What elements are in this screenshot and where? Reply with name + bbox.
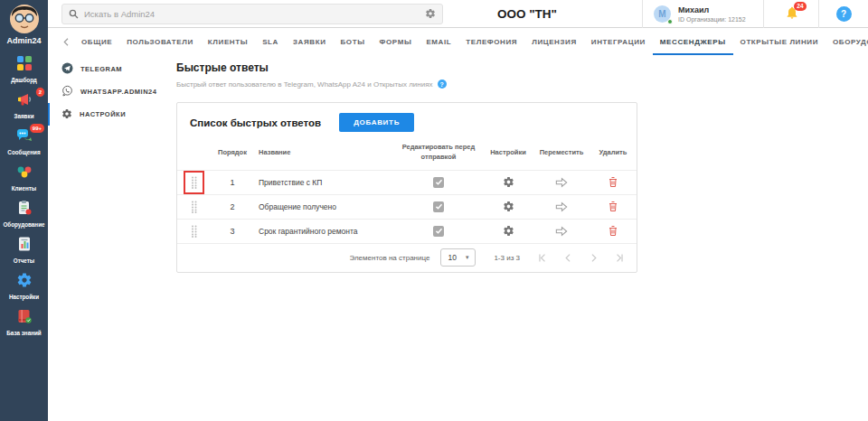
row-move-button[interactable] [553,175,570,190]
column-delete: Удалить [590,147,637,157]
search-settings-gear-icon[interactable] [425,6,436,23]
tab-telefoniya[interactable]: ТЕЛЕФОНИЯ [458,29,524,55]
avatar [0,4,48,34]
search-input[interactable] [84,9,420,19]
pager-controls [536,251,626,265]
tab-integratsii[interactable]: ИНТЕГРАЦИИ [584,29,653,55]
requests-badge: 2 [35,87,45,98]
edit-before-send-checkbox[interactable] [433,226,444,237]
online-status-dot [667,19,673,24]
add-button[interactable]: ДОБАВИТЬ [339,113,414,132]
subtitle-help-icon[interactable]: ? [438,80,447,89]
help-button[interactable]: ? [818,0,868,28]
drag-handle-icon[interactable] [189,174,199,191]
edit-before-send-checkbox[interactable] [433,201,444,212]
tab-klienty[interactable]: КЛИЕНТЫ [201,29,255,55]
sidebar-item-dashboard[interactable]: Дашборд [0,51,48,87]
tabs-scroll-left-chevron-icon[interactable] [59,29,74,55]
page-subtitle-text: Быстрый ответ пользователю в Telegram, W… [176,80,433,89]
table-row: 1 Приветствие с КП [177,170,637,194]
tab-boty[interactable]: БОТЫ [334,29,373,55]
row-order: 3 [210,227,255,236]
sidebar-item-clients[interactable]: Клиенты [0,159,48,195]
tab-obshchie[interactable]: ОБЩИЕ [74,29,119,55]
row-delete-button[interactable] [606,223,620,239]
dashboard-icon [16,55,33,75]
search-icon [69,6,79,23]
last-page-icon[interactable] [612,251,626,265]
pagination-range: 1-3 из 3 [494,254,520,262]
items-per-page-label: Элементов на странице [349,254,429,262]
subnav-item-label: WHATSAPP.ADMIN24 [80,88,156,96]
messenger-subnav: TELEGRAM WHATSAPP.ADMIN24 НАСТРОЙКИ [48,58,175,126]
row-settings-button[interactable] [501,174,516,190]
whatsapp-icon [61,85,73,98]
table-row: 2 Обращение получено [177,194,637,219]
sidebar-item-label: Сообщения [7,149,40,155]
megaphone-icon [16,91,33,111]
app-logo[interactable]: Admin24 [0,0,48,45]
tab-messendzhery[interactable]: МЕССЕНДЖЕРЫ [653,29,733,55]
equipment-icon [16,200,33,220]
tab-formy[interactable]: ФОРМЫ [373,29,420,55]
row-delete-button[interactable] [606,199,620,214]
table-header-row: Порядок Название Редактировать перед отп… [177,140,637,170]
sidebar-item-reports[interactable]: Отчеты [0,231,48,267]
row-settings-button[interactable] [501,199,516,214]
sidebar-item-label: Отчеты [14,257,35,264]
tab-otkrytye-linii[interactable]: ОТКРЫТЫЕ ЛИНИИ [733,29,826,55]
column-settings: Настройки [483,147,533,157]
table-pagination: Элементов на странице 10 ▾ 1-3 из 3 [177,243,637,272]
tab-email[interactable]: EMAIL [419,29,458,55]
sidebar-item-settings[interactable]: Настройки [0,267,48,304]
sidebar-item-messages[interactable]: 99+ Сообщения [0,123,48,159]
row-order: 1 [210,178,255,187]
sidebar-item-requests[interactable]: 2 Заявки [0,87,48,123]
prev-page-icon[interactable] [561,251,575,265]
sidebar-item-label: Заявки [14,113,33,119]
gear-icon [61,108,72,121]
sidebar-item-knowledge-base[interactable]: База знаний [0,304,48,340]
sidebar-item-label: Клиенты [12,185,36,192]
telegram-icon [61,62,73,76]
organization-title: ООО "ТН" [446,0,609,28]
messages-badge: 99+ [29,123,45,134]
row-delete-button[interactable] [606,174,620,190]
next-page-icon[interactable] [587,251,600,265]
first-page-icon[interactable] [536,251,550,265]
search-bar[interactable] [61,4,443,24]
subnav-item-label: НАСТРОЙКИ [80,110,126,118]
section-tabs: ОБЩИЕ ПОЛЬЗОВАТЕЛИ КЛИЕНТЫ SLA ЗАЯВКИ БО… [48,29,868,55]
edit-before-send-checkbox[interactable] [433,177,444,188]
user-avatar: М [654,5,671,23]
tab-polzovateli[interactable]: ПОЛЬЗОВАТЕЛИ [119,29,201,55]
tab-litsenziya[interactable]: ЛИЦЕНЗИЯ [524,29,584,55]
notifications-button[interactable]: 24 [765,0,818,28]
row-move-button[interactable] [553,200,570,214]
drag-handle-icon[interactable] [189,199,199,215]
row-settings-button[interactable] [501,223,516,239]
tab-oborudovanie[interactable]: ОБОРУДОВАНИЕ [826,29,868,55]
user-org-id: ID Организации: 12152 [678,16,746,23]
chevron-down-icon: ▾ [466,254,469,261]
drag-handle-icon[interactable] [189,223,199,239]
logo-label: Admin24 [0,36,48,45]
card-title: Список быстрых ответов [190,117,321,128]
row-name: Срок гарантийного ремонта [255,227,394,236]
tab-zayavki[interactable]: ЗАЯВКИ [286,29,334,55]
tab-sla[interactable]: SLA [255,29,286,55]
sidebar-item-equipment[interactable]: Оборудование [0,195,48,231]
sidebar-item-label: База знаний [6,330,41,336]
gear-icon [16,272,33,292]
subnav-item-nastroyki[interactable]: НАСТРОЙКИ [48,103,175,126]
topbar: ООО "ТН" М Михаил ID Организации: 12152 … [48,0,868,28]
page-size-select[interactable]: 10 ▾ [440,248,476,267]
user-initial: М [658,9,665,19]
column-name: Название [255,147,394,157]
subnav-item-whatsapp[interactable]: WHATSAPP.ADMIN24 [48,80,175,103]
subnav-item-telegram[interactable]: TELEGRAM [48,58,175,80]
user-menu[interactable]: М Михаил ID Организации: 12152 [642,0,764,28]
page-size-value: 10 [448,253,456,262]
row-move-button[interactable] [553,224,570,239]
clients-icon [16,164,33,183]
